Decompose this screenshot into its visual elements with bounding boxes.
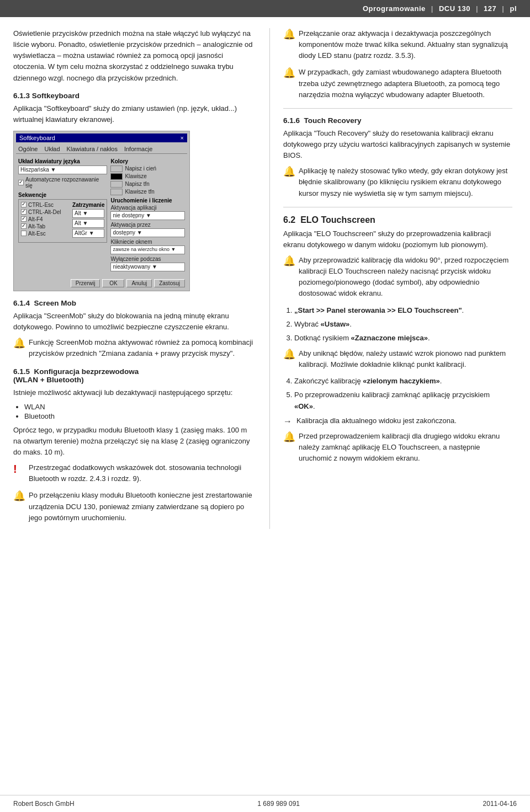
sk-seq3-cb[interactable]: [21, 216, 26, 222]
section-615-para2: Oprócz tego, w przypadku modułu Bluetoot…: [13, 425, 256, 458]
section-616-title: Touch Recovery: [304, 116, 362, 125]
main-content: Oświetlenie przycisków przednich można n…: [0, 17, 530, 562]
sk-seq-col: CTRL-Esc CTRL-Alt-Del Alt-F4 Alt-Tab Alt…: [21, 202, 69, 240]
arrow-text: Kalibracja dla aktualnego widoku jest za…: [296, 416, 457, 425]
sk-seq4-label: Alt-Tab: [28, 223, 45, 229]
warning-icon: !: [13, 462, 24, 476]
header-sep1: |: [431, 4, 433, 13]
sk-progress-btn[interactable]: Przerwij: [71, 279, 100, 287]
sk-body: Układ klawiatury języka Hiszpańska ▼ Aut…: [16, 156, 187, 276]
sk-color4-row: Klawisze tfn: [110, 189, 185, 195]
sk-apply-btn[interactable]: Zastosuj: [154, 279, 185, 287]
section-616-para1: Aplikacja "Touch Recovery" służy do rese…: [283, 128, 512, 161]
sk-start2-label: Aktywacja przez: [110, 222, 185, 228]
sk-ok-btn[interactable]: OK: [102, 279, 124, 287]
sk-color1-box[interactable]: [110, 165, 123, 172]
sk-menu-2[interactable]: Układ: [44, 146, 60, 152]
note-icon-avoid: 🔔: [283, 348, 294, 361]
sk-start2-combo[interactable]: dostępny ▼: [110, 228, 185, 237]
sk-seq5-row[interactable]: Alt-Esc: [21, 231, 69, 237]
sk-color2-box[interactable]: [110, 173, 123, 180]
note-90-text: Aby przeprowadzić kalibrację dla widoku …: [299, 255, 512, 300]
note-touch-recovery: 🔔 Aplikację tę należy stosować tylko wte…: [283, 165, 512, 199]
sk-right-panel: Kolory Napisz i cień Klawisze Napisz: [110, 158, 185, 274]
sk-seq2-cb[interactable]: [21, 209, 26, 215]
sk-colors-label: Kolory: [110, 158, 185, 164]
header-page: 127: [484, 4, 496, 13]
sk-act3-combo[interactable]: AltGr ▼: [72, 229, 104, 238]
sk-seq4-row[interactable]: Alt-Tab: [21, 223, 69, 229]
section-62-num: 6.2: [283, 215, 295, 225]
sk-color4-box[interactable]: [110, 189, 123, 195]
sk-colors-section: Napisz i cień Klawisze Napisz tfn K: [110, 165, 185, 195]
header-product: DCU 130: [439, 4, 470, 13]
sk-seq1-row[interactable]: CTRL-Esc: [21, 202, 69, 208]
softkeyboard-screenshot: Softkeyboard × Ogólne Układ Klawiatura /…: [13, 131, 190, 291]
note-icon-90: 🔔: [283, 255, 294, 268]
footer-part-number: 1 689 989 091: [257, 800, 300, 808]
section-613-title: Softkeyboard: [32, 92, 80, 100]
sk-color3-box[interactable]: [110, 181, 123, 188]
warning-bluetooth-text: Przestrzegać dodatkowych wskazówek dot. …: [29, 462, 256, 484]
sk-seq5-cb[interactable]: [21, 231, 26, 236]
sk-seq1-cb[interactable]: [21, 202, 26, 207]
section-616-num: 6.1.6: [283, 116, 300, 125]
sk-menubar[interactable]: Ogólne Układ Klawiatura / nakłos Informa…: [16, 145, 187, 154]
section-615-title: Konfiguracja bezprzewodowa: [34, 367, 139, 376]
sk-cancel-btn[interactable]: Anuluj: [126, 279, 152, 287]
note-touch-text: Aplikację tę należy stosować tylko wtedy…: [299, 165, 512, 199]
step-3: Dotknąć rysikiem «Zaznaczone miejsca».: [294, 333, 512, 344]
note-90-calibration: 🔔 Aby przeprowadzić kalibrację dla widok…: [283, 255, 512, 300]
header-sep3: |: [502, 4, 504, 13]
note-icon-touch: 🔔: [283, 165, 294, 178]
sk-act2-combo[interactable]: Alt ▼: [72, 219, 104, 228]
note-icon-second: 🔔: [283, 431, 294, 444]
sk-seq2-label: CTRL-Alt-Del: [28, 209, 61, 215]
sk-layout-combo[interactable]: Hiszpańska ▼: [18, 165, 107, 174]
step-1: „Start >> Panel sterowania >> ELO Touchs…: [294, 305, 512, 316]
sk-menu-1[interactable]: Ogólne: [18, 146, 38, 152]
sk-close[interactable]: ×: [181, 135, 184, 141]
divider-2: [283, 207, 512, 207]
note-bluetooth-restart: 🔔 Po przełączeniu klasy modułu Bluetooth…: [13, 490, 256, 523]
sk-menu-4[interactable]: Informacje: [124, 146, 152, 152]
sk-seq1-label: CTRL-Esc: [28, 202, 54, 208]
sk-seq3-row[interactable]: Alt-F4: [21, 216, 69, 222]
bullet-wlan: WLAN: [24, 403, 256, 411]
sk-color1-label: Napisz i cień: [125, 165, 156, 172]
section-613-para1: Aplikacja "Softkeyboard" służy do zmiany…: [13, 103, 256, 125]
sk-seq4-cb[interactable]: [21, 223, 26, 229]
note-switching: 🔔 Przełączanie oraz aktywacja i dezaktyw…: [283, 28, 512, 61]
section-615-para1: Istnieje możliwość aktywacji lub dezakty…: [13, 387, 256, 398]
sk-start-section: Aktywacja aplikacji nie dostępny ▼ Aktyw…: [110, 205, 185, 271]
section-615-title2: (WLAN + Bluetooth): [13, 376, 84, 384]
section-615-bullets: WLAN Bluetooth: [24, 403, 256, 420]
sk-start1-combo[interactable]: nie dostępny ▼: [110, 211, 185, 220]
header-lang: pl: [510, 4, 517, 13]
step-4: Zakończyć kalibrację «zielonym haczykiem…: [294, 376, 512, 387]
sk-start-title: Uruchomienie i liczenie: [110, 197, 185, 204]
sk-act1-combo[interactable]: Alt ▼: [72, 209, 104, 218]
intro-paragraph: Oświetlenie przycisków przednich można n…: [13, 28, 256, 84]
note-second-text: Przed przeprowadzeniem kalibracji dla dr…: [299, 431, 512, 464]
sk-seq2-row[interactable]: CTRL-Alt-Del: [21, 209, 69, 215]
note-icon-screenmob: 🔔: [13, 337, 24, 350]
calibration-steps-1: „Start >> Panel sterowania >> ELO Touchs…: [294, 305, 512, 344]
section-615-num: 6.1.5: [13, 367, 30, 376]
right-column: 🔔 Przełączanie oraz aktywacja i dezaktyw…: [269, 28, 512, 529]
sk-start3-combo[interactable]: zawsze na wierzchu okno ▼: [110, 245, 185, 254]
sk-menu-3[interactable]: Klawiatura / nakłos: [67, 146, 118, 152]
divider-1: [283, 108, 512, 109]
section-614-para1: Aplikacja "ScreenMob" służy do blokowani…: [13, 311, 256, 333]
sk-sequences-title: Sekwencje: [18, 192, 107, 198]
step-5: Po przeprowadzeniu kalibracji zamknąć ap…: [294, 389, 512, 412]
note-screenmob: 🔔 Funkcję ScreenMob można aktywować równ…: [13, 337, 256, 359]
sk-auto-check[interactable]: Automatyczne rozpoznawanie się: [18, 177, 107, 189]
section-614-num: 6.1.4: [13, 299, 30, 307]
step-2: Wybrać «Ustaw».: [294, 319, 512, 330]
section-62-para1: Aplikacja "ELO Touchscreen" służy do prz…: [283, 228, 512, 250]
sk-auto-checkbox[interactable]: [18, 180, 24, 185]
sk-action-col: Zatrzymanie Alt ▼ Alt ▼ AltGr ▼: [72, 202, 104, 240]
warning-bluetooth: ! Przestrzegać dodatkowych wskazówek dot…: [13, 462, 256, 484]
sk-start4-combo[interactable]: nieaktywowany ▼: [110, 263, 185, 271]
